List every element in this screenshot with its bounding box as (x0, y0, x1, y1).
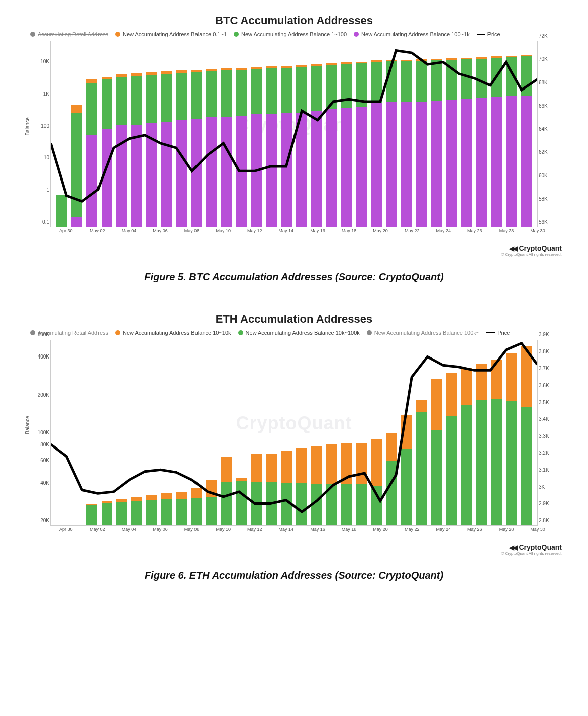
bar-segment (251, 454, 262, 482)
x-tick: May 02 (90, 228, 105, 233)
x-tick: May 16 (310, 527, 325, 532)
bar-segment (506, 57, 517, 96)
brand-text: CryptoQuant (519, 543, 562, 551)
legend-item: New Accumulating Address Balance 1~100 (234, 31, 347, 37)
bar-slot (459, 41, 473, 227)
bar-segment (491, 58, 502, 97)
bar-segment (296, 483, 307, 525)
x-tick: May 28 (499, 527, 514, 532)
bar-stack (446, 58, 457, 227)
bar-segment (102, 503, 113, 525)
plot-area: CryptoQuant (50, 340, 538, 526)
bar-segment (251, 482, 262, 525)
bars-container (51, 41, 537, 227)
bar-segment (191, 498, 202, 525)
legend-item: Accumulating Retail Address (30, 31, 108, 37)
y-right-tick: 60K (539, 172, 563, 178)
bar-slot (474, 41, 488, 227)
bar-segment (161, 122, 172, 227)
bar-segment (311, 66, 322, 111)
x-tick: May 30 (530, 527, 545, 532)
y-right-tick: 66K (539, 103, 563, 108)
bar-stack (476, 364, 487, 525)
bar-stack (206, 69, 217, 227)
bar-segment (191, 72, 202, 118)
bar-segment (371, 62, 382, 103)
bar-stack (416, 59, 427, 227)
y-left-tick: 60K (25, 458, 49, 463)
y-right-tick: 3.5K (539, 399, 563, 405)
y-left-tick: 100 (25, 123, 49, 128)
bar-slot (70, 41, 84, 227)
bar-stack (356, 62, 367, 227)
bar-slot (384, 41, 399, 227)
bar-segment (416, 61, 427, 102)
bar-segment (221, 457, 232, 482)
x-tick: May 18 (342, 527, 357, 532)
bar-segment (146, 123, 157, 227)
bar-stack (146, 72, 157, 227)
legend-label: New Accumulating Address Balance 100k~ (374, 330, 479, 336)
bar-slot (489, 340, 504, 525)
bars-container (51, 340, 537, 525)
bar-segment (506, 96, 517, 227)
y-right-tick: 3.8K (539, 348, 563, 354)
bar-segment (131, 125, 142, 227)
bar-stack (176, 492, 187, 525)
bar-stack (461, 58, 472, 227)
bar-segment (386, 461, 397, 525)
x-tick: May 16 (310, 228, 325, 233)
y-right-tick: 3.7K (539, 366, 563, 371)
bar-slot (325, 41, 339, 227)
bar-slot (444, 340, 458, 525)
chart-frame-eth: Balance 20K40K60K80K100K200K400K600K 2.8… (25, 340, 563, 541)
y-left-ticks: 0.11101001K10K (25, 41, 49, 227)
x-tick: May 26 (467, 527, 482, 532)
bar-stack (371, 60, 382, 227)
bar-segment (476, 59, 487, 98)
bar-segment (356, 484, 367, 525)
bar-segment (221, 482, 232, 525)
bar-slot (489, 41, 504, 227)
bar-stack (191, 70, 202, 227)
bar-stack (341, 62, 352, 227)
bar-segment (311, 484, 322, 525)
bar-slot (504, 41, 518, 227)
x-tick: May 22 (405, 527, 420, 532)
y-left-tick: 400K (25, 354, 49, 360)
bar-slot (504, 340, 518, 525)
bar-stack (401, 415, 412, 525)
x-tick: May 12 (247, 228, 262, 233)
x-tick: Apr 30 (59, 228, 73, 233)
legend-label: Price (497, 330, 510, 336)
legend-item: New Accumulating Address Balance 0.1~1 (115, 31, 227, 37)
bar-segment (341, 108, 352, 227)
bar-segment (206, 117, 217, 227)
bar-stack (102, 501, 113, 525)
bar-slot (429, 41, 443, 227)
bar-segment (296, 67, 307, 113)
bar-stack (521, 346, 532, 525)
bar-slot (354, 340, 368, 525)
bar-slot (85, 340, 99, 525)
bar-segment (416, 102, 427, 227)
y-right-tick: 3.6K (539, 382, 563, 388)
bar-stack (236, 68, 247, 227)
bar-segment (131, 501, 142, 525)
bar-segment (311, 446, 322, 484)
bar-segment (71, 105, 82, 113)
plot-area: CryptoQuant (50, 41, 538, 227)
bar-slot (160, 41, 174, 227)
legend-dot-icon (30, 32, 35, 37)
bar-stack (56, 195, 67, 227)
bar-segment (506, 401, 517, 525)
bar-slot (400, 41, 414, 227)
bar-slot (85, 41, 99, 227)
bar-segment (431, 101, 442, 227)
y-right-tick: 3.3K (539, 433, 563, 438)
bar-stack (476, 57, 487, 227)
y-right-tick: 3.1K (539, 467, 563, 473)
bar-slot (474, 340, 488, 525)
bar-stack (116, 499, 127, 525)
bar-stack (236, 478, 247, 525)
